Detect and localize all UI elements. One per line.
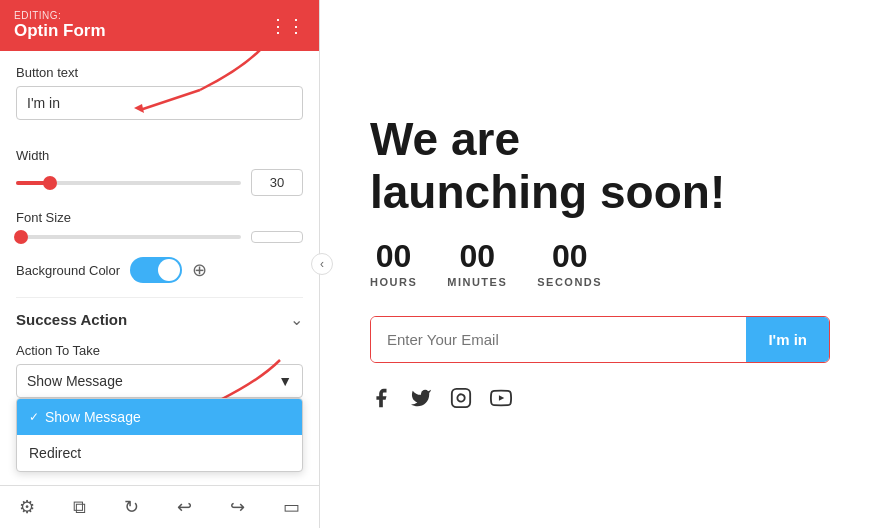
editing-label: EDITING: — [14, 10, 106, 21]
button-text-section: Button text — [16, 65, 303, 134]
bg-color-label: Background Color — [16, 263, 120, 278]
countdown-hours: 00 HOURS — [370, 240, 417, 288]
width-label: Width — [16, 148, 303, 163]
dropdown-item-label: Show Message — [45, 409, 141, 425]
history-icon[interactable]: ↻ — [124, 496, 139, 518]
check-icon: ✓ — [29, 410, 39, 424]
settings-icon[interactable]: ⚙ — [19, 496, 35, 518]
svg-rect-4 — [452, 389, 470, 407]
collapse-toggle[interactable]: ‹ — [311, 253, 333, 275]
hours-label: HOURS — [370, 276, 417, 288]
hours-number: 00 — [376, 240, 412, 272]
success-action-title: Success Action — [16, 311, 127, 328]
instagram-icon[interactable] — [450, 387, 472, 415]
action-dropdown-trigger[interactable]: Show Message ▼ — [16, 364, 303, 398]
action-dropdown-container: Show Message ▼ ✓ Show Message Redirect — [16, 364, 303, 398]
font-slider-track[interactable] — [16, 235, 241, 239]
width-slider-track[interactable] — [16, 181, 241, 185]
divider — [16, 297, 303, 298]
layers-icon[interactable]: ⧉ — [73, 497, 86, 518]
chevron-down-icon[interactable]: ⌄ — [290, 310, 303, 329]
preview-title: We arelaunching soon! — [370, 113, 725, 219]
email-input[interactable] — [371, 317, 746, 362]
success-action-header: Success Action ⌄ — [16, 310, 303, 329]
bg-color-toggle[interactable] — [130, 257, 182, 283]
mobile-icon[interactable]: ▭ — [283, 496, 300, 518]
font-size-row — [16, 231, 303, 243]
submit-button[interactable]: I'm in — [746, 317, 829, 362]
button-text-label: Button text — [16, 65, 303, 80]
undo-icon[interactable]: ↩ — [177, 496, 192, 518]
minutes-number: 00 — [459, 240, 495, 272]
facebook-icon[interactable] — [370, 387, 392, 415]
font-size-label: Font Size — [16, 210, 303, 225]
twitter-icon[interactable] — [410, 387, 432, 415]
minutes-label: MINUTES — [447, 276, 507, 288]
panel-body: Button text Width 30 Font Size Backgroun… — [0, 51, 319, 485]
panel-header: EDITING: Optin Form ⋮⋮ — [0, 0, 319, 51]
action-to-take-label: Action To Take — [16, 343, 303, 358]
width-row: 30 — [16, 169, 303, 196]
right-preview: We arelaunching soon! 00 HOURS 00 MINUTE… — [320, 0, 880, 528]
dropdown-item-show-message[interactable]: ✓ Show Message — [17, 399, 302, 435]
width-value[interactable]: 30 — [251, 169, 303, 196]
seconds-number: 00 — [552, 240, 588, 272]
toggle-circle — [158, 259, 180, 281]
svg-marker-6 — [499, 396, 504, 402]
font-size-value[interactable] — [251, 231, 303, 243]
email-form: I'm in — [370, 316, 830, 363]
dropdown-chevron-icon: ▼ — [278, 373, 292, 389]
button-text-input[interactable] — [16, 86, 303, 120]
color-picker-icon[interactable]: ⊕ — [192, 259, 207, 281]
bg-color-row: Background Color ⊕ — [16, 257, 303, 283]
countdown-minutes: 00 MINUTES — [447, 240, 507, 288]
action-dropdown-menu: ✓ Show Message Redirect — [16, 398, 303, 472]
countdown-row: 00 HOURS 00 MINUTES 00 SECONDS — [370, 240, 602, 288]
left-panel: EDITING: Optin Form ⋮⋮ Button text Width… — [0, 0, 320, 528]
bottom-toolbar: ⚙ ⧉ ↻ ↩ ↪ ▭ — [0, 485, 319, 528]
youtube-icon[interactable] — [490, 387, 512, 415]
width-slider-thumb[interactable] — [43, 176, 57, 190]
seconds-label: SECONDS — [537, 276, 602, 288]
dropdown-item-redirect[interactable]: Redirect — [17, 435, 302, 471]
panel-title: Optin Form — [14, 21, 106, 41]
countdown-seconds: 00 SECONDS — [537, 240, 602, 288]
font-slider-thumb[interactable] — [14, 230, 28, 244]
social-icons-row — [370, 387, 512, 415]
dots-menu-icon[interactable]: ⋮⋮ — [269, 15, 305, 37]
dropdown-current-value: Show Message — [27, 373, 123, 389]
redo-icon[interactable]: ↪ — [230, 496, 245, 518]
dropdown-item-label: Redirect — [29, 445, 81, 461]
